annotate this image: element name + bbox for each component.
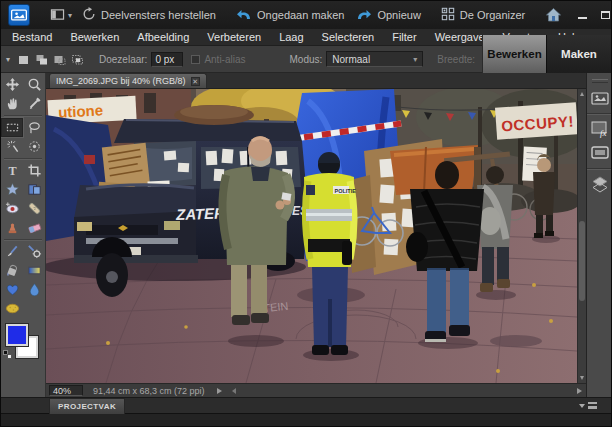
menu-verbeteren[interactable]: Verbeteren: [198, 29, 270, 46]
photo-canvas[interactable]: utione OCCUPY!: [46, 89, 577, 383]
banner-left-text: utione: [58, 101, 104, 120]
document-tab-title: IMG_2069.JPG bij 40% (RGB/8): [56, 76, 186, 86]
graphics-icon[interactable]: [589, 143, 611, 163]
organizer-label: De Organizer: [460, 9, 525, 21]
intersect-selection-icon[interactable]: [70, 52, 85, 67]
foreground-color-swatch[interactable]: [6, 324, 28, 346]
smart-brush-tool-icon[interactable]: [23, 242, 45, 261]
hand-tool-icon[interactable]: [1, 94, 23, 113]
svg-text:T: T: [8, 164, 16, 178]
brush-tool-icon[interactable]: [1, 242, 23, 261]
crop-tool-icon[interactable]: [23, 161, 45, 180]
mode-label: Modus:: [290, 54, 323, 65]
vertical-scroll-thumb[interactable]: [579, 221, 585, 300]
close-document-icon[interactable]: ✕: [191, 77, 200, 86]
tool-preset-arrow-icon[interactable]: ▾: [6, 55, 10, 64]
rect-marquee-tool-icon[interactable]: [1, 118, 23, 137]
bottom-strip: [1, 413, 611, 427]
organizer-icon: [441, 7, 455, 23]
status-info-arrow-icon[interactable]: [217, 388, 222, 394]
antialias-checkbox[interactable]: [191, 55, 200, 64]
menu-filter[interactable]: Filter: [383, 29, 425, 46]
panel-bin-strip: fx: [586, 73, 612, 397]
eyedropper-tool-icon[interactable]: [23, 94, 45, 113]
police-patch-text: POLITIE: [335, 188, 357, 194]
layers-icon[interactable]: [589, 174, 611, 194]
project-bin-tab[interactable]: PROJECTVAK: [49, 398, 125, 414]
redo-label: Opnieuw: [377, 9, 420, 21]
new-selection-icon[interactable]: [16, 52, 31, 67]
panel-menu-icon[interactable]: [579, 402, 597, 409]
vertical-scrollbar[interactable]: [577, 89, 586, 383]
status-collapse-arrow-icon[interactable]: [232, 388, 236, 394]
sponge-tool-icon[interactable]: [1, 299, 23, 318]
tab-bewerken[interactable]: Bewerken: [482, 35, 546, 73]
lasso-tool-icon[interactable]: [23, 118, 45, 137]
gradient-tool-icon[interactable]: [23, 261, 45, 280]
document-tab[interactable]: IMG_2069.JPG bij 40% (RGB/8) ✕: [49, 73, 207, 88]
clone-stamp-tool-icon[interactable]: [1, 218, 23, 237]
effects-icon[interactable]: fx: [589, 119, 611, 139]
reset-icon: [82, 7, 96, 23]
layout-icon: [50, 8, 65, 23]
maximize-button[interactable]: [601, 11, 610, 19]
recompose-tool-icon[interactable]: [23, 180, 45, 199]
panel-grip[interactable]: [592, 79, 608, 83]
photo-bin-icon[interactable]: [589, 88, 611, 108]
title-bar: ▾ Deelvensters herstellen Ongedaan maken: [1, 1, 611, 29]
menu-afbeelding[interactable]: Afbeelding: [128, 29, 198, 46]
red-eye-tool-icon[interactable]: [1, 199, 23, 218]
shape-tool-icon[interactable]: [1, 280, 23, 299]
chevron-down-icon: ▾: [68, 11, 72, 20]
zoom-level-field[interactable]: 40%: [49, 385, 83, 396]
paint-bucket-tool-icon[interactable]: [1, 261, 23, 280]
eraser-tool-icon[interactable]: [23, 218, 45, 237]
quick-selection-tool-icon[interactable]: [23, 137, 45, 156]
app-icon: [8, 4, 30, 26]
feather-label: Doezelaar:: [99, 54, 147, 65]
van-side-text: ZATER: [175, 204, 226, 223]
document-tab-bar: IMG_2069.JPG bij 40% (RGB/8) ✕: [46, 73, 586, 89]
redo-icon: [356, 7, 372, 23]
menu-bewerken[interactable]: Bewerken: [61, 29, 128, 46]
project-bin-bar: PROJECTVAK: [1, 397, 611, 413]
menu-laag[interactable]: Laag: [270, 29, 312, 46]
mode-dropdown[interactable]: Normaal ▾: [326, 51, 423, 67]
add-to-selection-icon[interactable]: [34, 52, 49, 67]
scroll-down-icon[interactable]: [580, 376, 584, 380]
menu-bestand[interactable]: Bestand: [3, 29, 61, 46]
svg-text:fx: fx: [600, 128, 607, 138]
home-button[interactable]: [539, 4, 568, 27]
width-label: Breedte:: [437, 54, 475, 65]
menu-selecteren[interactable]: Selecteren: [313, 29, 384, 46]
minimize-button[interactable]: [578, 17, 587, 19]
blur-tool-icon[interactable]: [23, 280, 45, 299]
undo-button[interactable]: Ongedaan maken: [230, 4, 350, 26]
photo-scene: utione OCCUPY!: [46, 89, 577, 383]
type-tool-icon[interactable]: T: [1, 161, 23, 180]
toolbar-separator: [1, 113, 45, 118]
move-tool-icon[interactable]: [1, 75, 23, 94]
chevron-down-icon: ▾: [413, 55, 417, 64]
antialias-label: Anti-alias: [204, 54, 245, 65]
color-swatches: [3, 324, 43, 366]
redo-button[interactable]: Opnieuw: [350, 4, 426, 26]
layout-button[interactable]: ▾: [46, 6, 76, 25]
organizer-button[interactable]: De Organizer: [435, 4, 531, 26]
panel-separator: [587, 113, 612, 114]
tab-maken[interactable]: Maken: [546, 35, 611, 73]
photoshop-elements-window: ▾ Deelvensters herstellen Ongedaan maken: [0, 0, 612, 427]
scroll-right-icon[interactable]: [577, 388, 582, 394]
subtract-from-selection-icon[interactable]: [52, 52, 67, 67]
panel-separator: [587, 168, 612, 169]
zoom-tool-icon[interactable]: [23, 75, 45, 94]
feather-field[interactable]: 0 px: [151, 52, 183, 67]
reset-panels-button[interactable]: Deelvensters herstellen: [76, 4, 222, 26]
undo-icon: [236, 7, 252, 23]
default-colors-icon[interactable]: [3, 350, 13, 360]
magic-wand-tool-icon[interactable]: [1, 137, 23, 156]
tools-palette: T: [1, 73, 46, 397]
spot-healing-tool-icon[interactable]: [23, 199, 45, 218]
cookie-cutter-tool-icon[interactable]: [1, 180, 23, 199]
scroll-up-icon[interactable]: [580, 92, 584, 96]
